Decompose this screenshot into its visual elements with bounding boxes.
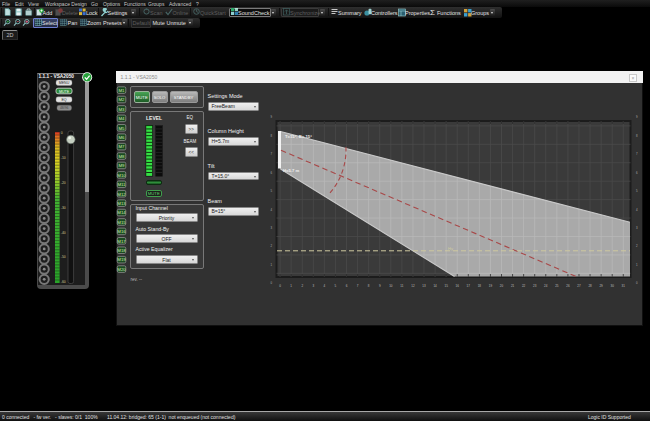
svg-text:6: 6: [270, 171, 272, 175]
svg-text:-10: -10: [61, 156, 66, 160]
svg-text:48/96: 48/96: [60, 106, 69, 110]
svg-text:5: 5: [636, 189, 638, 193]
svg-text:M18: M18: [117, 248, 126, 253]
svg-text:9: 9: [270, 115, 272, 119]
svg-text:27: 27: [577, 284, 581, 288]
svg-text:M2: M2: [119, 97, 126, 102]
svg-text:0: 0: [270, 281, 272, 285]
svg-text:8: 8: [368, 284, 370, 288]
svg-text:M8: M8: [119, 154, 126, 159]
svg-text:20: 20: [500, 284, 504, 288]
svg-text:4: 4: [270, 208, 272, 212]
svg-text:M1: M1: [119, 88, 126, 93]
svg-text:M5: M5: [119, 126, 126, 131]
svg-text:M13: M13: [117, 201, 126, 206]
svg-text:8: 8: [636, 134, 638, 138]
svg-text:7: 7: [357, 284, 359, 288]
svg-text:23: 23: [533, 284, 537, 288]
svg-text:0: 0: [61, 131, 63, 135]
svg-text:5: 5: [270, 189, 272, 193]
svg-text:7: 7: [636, 152, 638, 156]
svg-text:-60: -60: [61, 280, 66, 284]
svg-text:11: 11: [400, 284, 403, 288]
svg-text:-30: -30: [61, 206, 66, 210]
svg-text:6: 6: [346, 284, 348, 288]
svg-text:10: 10: [389, 284, 393, 288]
svg-text:M14: M14: [117, 210, 126, 215]
svg-text:M6: M6: [119, 135, 126, 140]
svg-text:T=15°, B=-15°: T=15°, B=-15°: [285, 134, 312, 139]
svg-text:0: 0: [636, 281, 638, 285]
svg-text:H=5.7 m: H=5.7 m: [283, 168, 299, 173]
svg-text:25: 25: [555, 284, 559, 288]
svg-text:M17: M17: [117, 239, 126, 244]
svg-text:9: 9: [379, 284, 381, 288]
svg-text:14: 14: [433, 284, 437, 288]
svg-text:26: 26: [566, 284, 570, 288]
svg-text:1: 1: [636, 263, 638, 267]
svg-text:M11: M11: [117, 182, 126, 187]
svg-text:2: 2: [301, 284, 303, 288]
svg-text:9: 9: [636, 115, 638, 119]
svg-text:7: 7: [270, 152, 272, 156]
svg-text:29: 29: [599, 284, 603, 288]
svg-text:5: 5: [335, 284, 337, 288]
svg-text:1: 1: [290, 284, 292, 288]
svg-text:13: 13: [422, 284, 426, 288]
svg-text:EQ: EQ: [61, 98, 66, 102]
svg-text:M19: M19: [117, 257, 126, 262]
svg-text:6: 6: [636, 171, 638, 175]
svg-text:M10: M10: [117, 173, 126, 178]
svg-text:3: 3: [636, 226, 638, 230]
svg-text:0: 0: [279, 284, 281, 288]
svg-text:18: 18: [478, 284, 482, 288]
svg-text:M15: M15: [117, 220, 126, 225]
svg-text:MENU: MENU: [59, 81, 70, 85]
svg-text:2: 2: [270, 244, 272, 248]
svg-text:17: 17: [467, 284, 471, 288]
svg-text:22: 22: [522, 284, 526, 288]
svg-text:M20: M20: [117, 267, 126, 272]
svg-text:2: 2: [636, 244, 638, 248]
svg-text:-40: -40: [61, 231, 66, 235]
svg-text:-50: -50: [61, 255, 66, 259]
svg-text:24: 24: [544, 284, 548, 288]
svg-text:4: 4: [324, 284, 326, 288]
svg-text:12: 12: [411, 284, 415, 288]
svg-text:4: 4: [636, 208, 638, 212]
svg-text:Hy: Hy: [448, 246, 453, 251]
svg-text:M16: M16: [117, 229, 126, 234]
svg-text:28: 28: [588, 284, 592, 288]
svg-text:MUTE: MUTE: [59, 90, 70, 94]
svg-text:16: 16: [456, 284, 460, 288]
svg-text:31: 31: [622, 284, 626, 288]
svg-text:M3: M3: [119, 107, 126, 112]
svg-text:M9: M9: [119, 163, 126, 168]
svg-text:3: 3: [312, 284, 314, 288]
svg-text:-20: -20: [61, 181, 66, 185]
svg-text:M4: M4: [119, 116, 126, 121]
svg-text:3: 3: [270, 226, 272, 230]
svg-text:M12: M12: [117, 192, 126, 197]
svg-text:M7: M7: [119, 144, 126, 149]
svg-text:30: 30: [611, 284, 615, 288]
svg-text:15: 15: [444, 284, 448, 288]
svg-text:8: 8: [270, 134, 272, 138]
svg-text:1: 1: [270, 263, 272, 267]
svg-text:19: 19: [489, 284, 493, 288]
svg-text:21: 21: [511, 284, 515, 288]
